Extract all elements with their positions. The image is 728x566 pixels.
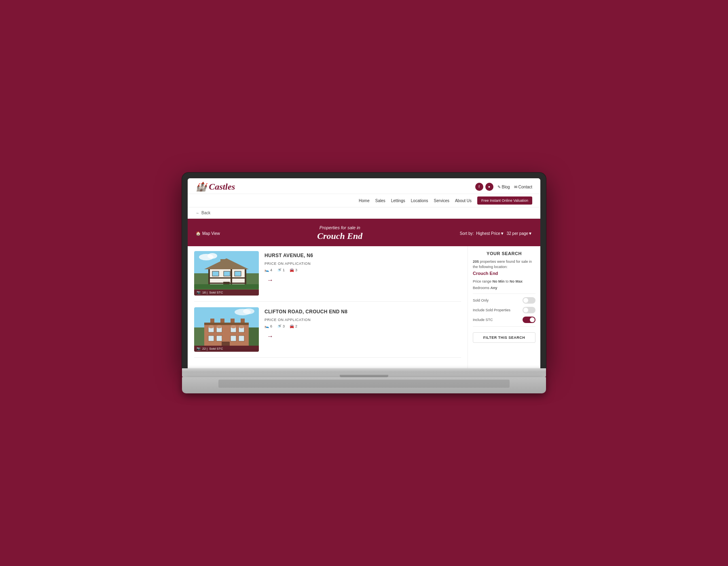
nav-locations[interactable]: Locations [411, 199, 428, 203]
property-image-wrap: 📷 22 | Sold STC [194, 307, 259, 352]
back-bar: ← Back [188, 207, 540, 219]
top-right-actions: f ● ✎ Blog ✉ Contact [475, 183, 532, 191]
property-arrow-button[interactable]: → [265, 276, 276, 284]
sort-controls: Sort by: Highest Price ▼ 32 per page ▼ [460, 231, 532, 236]
include-sold-toggle-row: Include Sold Properties [473, 307, 535, 313]
keyboard-keys [218, 380, 510, 388]
top-bar: 🏰 Castles f ● ✎ Blog ✉ [188, 178, 540, 194]
property-address: CLIFTON ROAD, CROUCH END N8 [265, 309, 461, 315]
svg-point-2 [207, 253, 217, 259]
svg-rect-17 [194, 284, 259, 289]
svg-point-37 [222, 336, 230, 340]
nav-home[interactable]: Home [359, 199, 370, 203]
nav-services[interactable]: Services [434, 199, 449, 203]
property-badge: 📷 22 | Sold STC [194, 346, 259, 352]
website-content: 🏰 Castles f ● ✎ Blog ✉ [188, 178, 540, 368]
property-image[interactable] [194, 307, 259, 352]
property-details: CLIFTON ROAD, CROUCH END N8 PRICE ON APP… [265, 307, 461, 352]
price-range-row: Price range No Min to No Max [473, 279, 535, 284]
svg-rect-13 [224, 271, 230, 276]
property-photo-count: 16 | [202, 291, 207, 294]
sold-only-knob [523, 298, 528, 303]
main-content: 📷 16 | Sold STC HURST AVENUE, N6 PRICE O… [188, 246, 540, 368]
facebook-icon[interactable]: f [475, 183, 483, 191]
brand-logo[interactable]: 🏰 Castles [196, 182, 235, 192]
property-price: PRICE ON APPLICATION [265, 318, 461, 322]
baths-count: 3 [283, 324, 285, 328]
bed-icon: 🛌 [265, 268, 269, 272]
parking-feature: 🚘 2 [290, 324, 297, 328]
price-min: No Min [493, 279, 505, 283]
sold-only-toggle[interactable] [523, 297, 535, 304]
sort-price-chevron: ▼ [500, 231, 504, 236]
property-price: PRICE ON APPLICATION [265, 262, 461, 266]
svg-rect-35 [239, 336, 244, 341]
car-icon: 🚘 [290, 324, 294, 328]
nav-valuation-button[interactable]: Free Instant Online Valuation [477, 196, 532, 205]
search-count: 205 [473, 260, 479, 264]
search-location: Crouch End [473, 271, 535, 276]
beds-count: 6 [270, 324, 272, 328]
property-details: HURST AVENUE, N6 PRICE ON APPLICATION 🛌 … [265, 251, 461, 296]
property-photo-count: 22 | [202, 347, 207, 351]
property-image[interactable] [194, 251, 259, 296]
svg-rect-42 [204, 323, 249, 325]
house2-illustration [194, 307, 259, 352]
instagram-icon[interactable]: ● [485, 183, 493, 191]
listings-column: 📷 16 | Sold STC HURST AVENUE, N6 PRICE O… [188, 246, 468, 368]
contact-label: Contact [518, 185, 532, 189]
search-description: 205 properties were found for sale in th… [473, 259, 535, 269]
map-icon: 🏠 [196, 231, 201, 236]
bedrooms-row: Bedrooms Any [473, 285, 535, 291]
back-link[interactable]: ← Back [196, 211, 532, 215]
sort-price-select[interactable]: Highest Price ▼ [476, 231, 504, 236]
map-view-label: Map View [202, 231, 220, 236]
property-address: HURST AVENUE, N6 [265, 253, 461, 258]
nav-lettings[interactable]: Lettings [391, 199, 405, 203]
bedrooms-label: Bedrooms [473, 286, 489, 290]
beds-feature: 🛌 4 [265, 268, 272, 272]
baths-feature: 🚿 1 [277, 268, 285, 272]
sort-per-page-select[interactable]: 32 per page ▼ [507, 231, 532, 236]
svg-rect-8 [208, 277, 246, 279]
hero-title: Properties for sale in Crouch End [317, 225, 362, 241]
sidebar-divider [473, 294, 535, 294]
blog-link[interactable]: ✎ Blog [497, 185, 510, 189]
include-sold-toggle[interactable] [523, 307, 535, 313]
include-sold-label: Include Sold Properties [473, 308, 510, 312]
nav-sales[interactable]: Sales [375, 199, 385, 203]
property-features: 🛌 6 🚿 3 🚘 2 [265, 324, 461, 328]
hero-main-title: Crouch End [317, 231, 362, 241]
price-to: to [506, 279, 510, 283]
property-arrow-button[interactable]: → [265, 332, 276, 340]
nav-about[interactable]: About Us [455, 199, 472, 203]
laptop-keyboard [182, 377, 546, 393]
email-icon: ✉ [514, 185, 517, 189]
sidebar-divider-2 [473, 326, 535, 327]
filter-search-button[interactable]: FILTER THIS SEARCH [473, 332, 535, 343]
parking-count: 3 [295, 268, 297, 272]
per-page-chevron: ▼ [528, 231, 532, 236]
property-badge: 📷 16 | Sold STC [194, 289, 259, 296]
house1-illustration [194, 251, 259, 296]
parking-feature: 🚘 3 [290, 268, 297, 272]
sort-per-page-value: 32 per page [507, 231, 528, 236]
map-view-button[interactable]: 🏠 Map View [196, 231, 220, 236]
car-icon: 🚘 [290, 268, 294, 272]
svg-rect-12 [212, 271, 219, 276]
svg-rect-34 [231, 336, 236, 341]
back-arrow-icon: ← [196, 211, 200, 215]
contact-link[interactable]: ✉ Contact [514, 185, 532, 189]
hero-subtitle: Properties for sale in [317, 225, 362, 230]
laptop-container: 🏰 Castles f ● ✎ Blog ✉ [182, 173, 546, 393]
camera-icon: 📷 [197, 291, 201, 294]
svg-rect-11 [220, 259, 225, 267]
nav-bar: Home Sales Lettings Locations Services A… [188, 194, 540, 207]
camera-icon: 📷 [197, 347, 201, 351]
svg-point-31 [239, 325, 244, 328]
property-status: Sold STC [209, 347, 223, 351]
sold-only-toggle-row: Sold Only [473, 297, 535, 304]
laptop-base [182, 368, 546, 377]
include-stc-toggle[interactable] [523, 317, 535, 323]
price-max: No Max [510, 279, 523, 283]
